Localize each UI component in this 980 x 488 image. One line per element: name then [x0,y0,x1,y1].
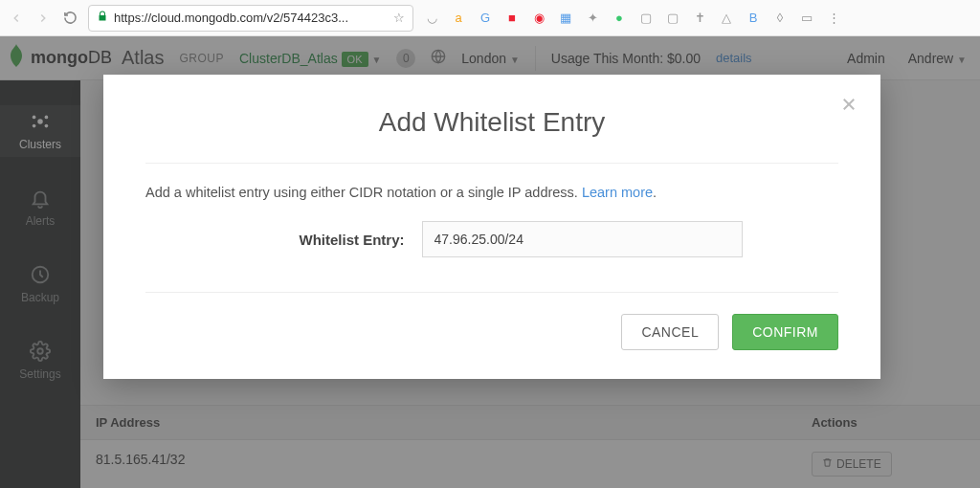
ext-icon-6[interactable]: ◊ [771,10,789,27]
bookmark-star-icon[interactable]: ☆ [393,11,405,25]
chat-icon[interactable]: ● [611,10,628,27]
cast-icon[interactable]: ▭ [798,10,815,27]
ext-icon-5[interactable]: B [745,10,762,27]
modal-description: Add a whitelist entry using either CIDR … [145,185,838,200]
lastpass-icon[interactable]: ■ [503,10,521,27]
modal-title: Add Whitelist Entry [145,107,838,138]
calendar-icon[interactable]: ▦ [557,10,574,27]
whitelist-entry-input[interactable] [422,221,743,257]
lock-icon [97,11,108,25]
pocket-icon[interactable]: ◡ [423,10,440,27]
add-whitelist-modal: Add Whitelist Entry Add a whitelist entr… [103,75,880,379]
evernote-icon[interactable]: ✦ [584,10,601,27]
cancel-button[interactable]: CANCEL [621,314,719,350]
ext-icon-3[interactable]: ✝ [691,10,708,27]
amazon-icon[interactable]: a [450,10,467,27]
whitelist-entry-label: Whitelist Entry: [242,232,405,248]
close-button[interactable] [840,94,858,119]
confirm-button[interactable]: CONFIRM [732,314,838,350]
nav-forward-button[interactable] [34,10,52,27]
nav-reload-button[interactable] [61,10,78,27]
ext-icon-2[interactable]: ▢ [664,10,681,27]
google-translate-icon[interactable]: G [477,10,494,27]
learn-more-link[interactable]: Learn more [582,185,653,200]
ext-icon-1[interactable]: ▢ [637,10,655,27]
url-text: https://cloud.mongodb.com/v2/574423c3... [114,11,348,25]
modal-actions: CANCEL CONFIRM [145,292,838,350]
nav-back-button[interactable] [8,10,25,27]
ext-icon-4[interactable]: △ [718,10,735,27]
whitelist-form-row: Whitelist Entry: [145,221,838,257]
browser-extensions: ◡ a G ■ ◉ ▦ ✦ ● ▢ ▢ ✝ △ B ◊ ▭ ⋮ [423,10,842,27]
divider [145,163,838,164]
browser-chrome-bar: https://cloud.mongodb.com/v2/574423c3...… [0,0,980,36]
adblock-icon[interactable]: ◉ [530,10,547,27]
url-omnibox[interactable]: https://cloud.mongodb.com/v2/574423c3...… [88,5,413,32]
chrome-menu-icon[interactable]: ⋮ [825,10,842,27]
